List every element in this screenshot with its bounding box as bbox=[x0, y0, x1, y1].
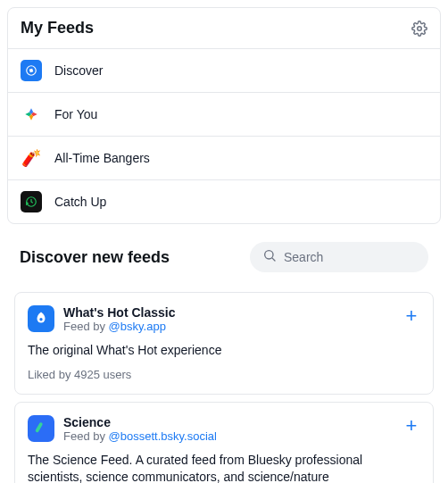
add-feed-button[interactable]: + bbox=[401, 305, 422, 327]
feed-card-byline: Feed by @bsky.app bbox=[63, 320, 175, 333]
feed-avatar-icon bbox=[28, 305, 54, 332]
discover-icon bbox=[21, 60, 42, 81]
discover-section: Discover new feeds + What's Hot Classic … bbox=[7, 231, 441, 483]
svg-point-0 bbox=[418, 26, 422, 30]
feed-card-desc: The Science Feed. A curated feed from Bl… bbox=[28, 452, 420, 483]
search-input[interactable] bbox=[284, 250, 416, 264]
search-icon bbox=[262, 248, 277, 266]
feed-item-label: For You bbox=[54, 107, 97, 121]
catch-up-icon bbox=[21, 191, 42, 212]
my-feeds-header: My Feeds bbox=[8, 8, 440, 49]
svg-line-9 bbox=[272, 258, 275, 261]
card-header: What's Hot Classic Feed by @bsky.app bbox=[28, 305, 420, 333]
feed-card-whats-hot-classic[interactable]: + What's Hot Classic Feed by @bsky.app T… bbox=[14, 292, 434, 395]
svg-point-10 bbox=[39, 318, 42, 321]
svg-point-8 bbox=[265, 251, 273, 259]
feed-card-desc: The original What's Hot experience bbox=[28, 342, 420, 359]
feed-item-bangers[interactable]: 🧨 All-Time Bangers bbox=[8, 137, 440, 180]
feed-item-for-you[interactable]: For You bbox=[8, 93, 440, 137]
my-feeds-title: My Feeds bbox=[21, 19, 94, 37]
my-feeds-panel: My Feeds Discover For You 🧨 All-Time Ban… bbox=[7, 7, 441, 224]
discover-title: Discover new feeds bbox=[20, 248, 170, 267]
feed-card-byline: Feed by @bossett.bsky.social bbox=[63, 429, 217, 443]
feed-item-label: All-Time Bangers bbox=[54, 151, 150, 165]
card-header: Science Feed by @bossett.bsky.social bbox=[28, 415, 420, 443]
feed-card-name: Science bbox=[63, 415, 217, 429]
feed-item-catch-up[interactable]: Catch Up bbox=[8, 180, 440, 223]
feed-item-discover[interactable]: Discover bbox=[8, 49, 440, 93]
svg-rect-11 bbox=[35, 421, 43, 432]
feed-card-name: What's Hot Classic bbox=[63, 305, 175, 320]
feed-avatar-icon bbox=[28, 415, 54, 442]
feed-card-science[interactable]: + Science Feed by @bossett.bsky.social T… bbox=[14, 402, 434, 483]
svg-marker-2 bbox=[29, 69, 34, 73]
discover-header: Discover new feeds bbox=[7, 231, 441, 285]
feed-card-likes: Liked by 4925 users bbox=[28, 368, 420, 381]
feed-card-handle: @bossett.bsky.social bbox=[109, 429, 217, 443]
search-field[interactable] bbox=[250, 242, 428, 272]
for-you-icon bbox=[21, 104, 42, 125]
feed-item-label: Catch Up bbox=[54, 195, 106, 209]
feed-card-handle: @bsky.app bbox=[109, 320, 166, 333]
add-feed-button[interactable]: + bbox=[401, 415, 422, 437]
gear-icon[interactable] bbox=[411, 21, 427, 37]
feed-item-label: Discover bbox=[54, 63, 103, 78]
firecracker-icon: 🧨 bbox=[21, 147, 42, 169]
